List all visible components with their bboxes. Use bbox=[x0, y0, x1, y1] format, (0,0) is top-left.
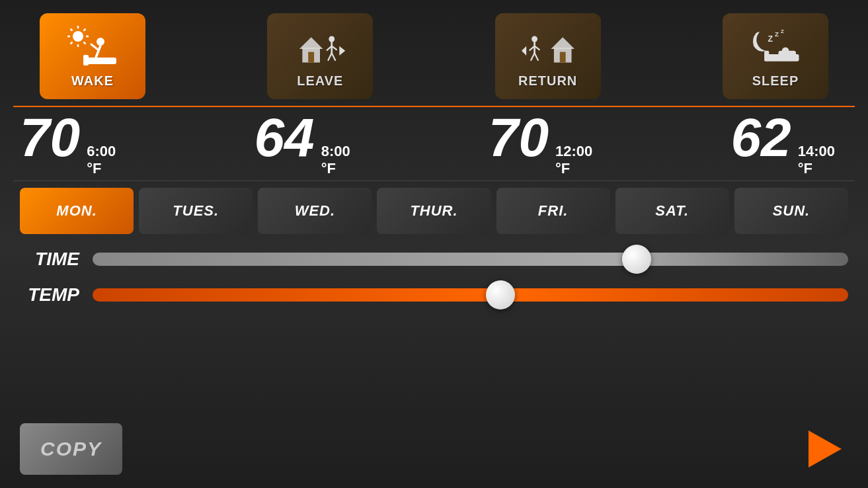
svg-point-17 bbox=[329, 36, 335, 42]
temp-meta-0: 6:00 °F bbox=[87, 143, 116, 177]
temp-slider-container bbox=[93, 283, 848, 307]
time-slider-row: TIME bbox=[20, 247, 848, 271]
leave-mode-button[interactable]: LEAVE bbox=[267, 13, 373, 99]
temp-meta-1: 8:00 °F bbox=[321, 143, 350, 177]
svg-rect-39 bbox=[764, 50, 769, 61]
svg-line-11 bbox=[91, 44, 98, 50]
temp-unit-1: °F bbox=[321, 160, 336, 177]
svg-marker-30 bbox=[522, 46, 526, 55]
temp-slider-label: TEMP bbox=[20, 284, 79, 305]
schedule-3: 62 14:00 °F bbox=[731, 110, 836, 177]
day-saturday[interactable]: SAT. bbox=[615, 188, 729, 234]
time-slider-track[interactable] bbox=[93, 253, 848, 266]
svg-point-9 bbox=[97, 38, 104, 46]
leave-icon bbox=[294, 24, 346, 71]
leave-label: LEAVE bbox=[297, 73, 343, 89]
svg-text:Z: Z bbox=[781, 28, 784, 34]
day-wednesday[interactable]: WED. bbox=[258, 188, 372, 234]
svg-marker-14 bbox=[299, 37, 323, 49]
svg-rect-33 bbox=[559, 52, 565, 62]
next-arrow-button[interactable] bbox=[802, 432, 848, 466]
wake-label: WAKE bbox=[71, 73, 114, 89]
temp-value-0: 70 bbox=[20, 110, 80, 165]
sliders-section: TIME TEMP bbox=[13, 247, 855, 307]
mode-row: WAKE LEA bbox=[13, 13, 855, 99]
return-icon bbox=[522, 24, 574, 71]
sleep-mode-button[interactable]: Z Z Z SLEEP bbox=[723, 13, 828, 99]
day-tuesday[interactable]: TUES. bbox=[139, 188, 253, 234]
schedule-2: 70 12:00 °F bbox=[489, 110, 593, 177]
wake-mode-button[interactable]: WAKE bbox=[40, 13, 145, 99]
time-slider-container bbox=[93, 247, 848, 271]
svg-text:Z: Z bbox=[775, 30, 779, 38]
day-friday[interactable]: FRI. bbox=[496, 188, 610, 234]
svg-line-7 bbox=[84, 29, 86, 31]
return-label: RETURN bbox=[518, 73, 577, 89]
temp-time-3: 14:00 bbox=[798, 143, 835, 160]
wake-icon bbox=[66, 24, 119, 71]
time-slider-thumb[interactable] bbox=[622, 245, 651, 274]
svg-point-0 bbox=[73, 31, 83, 42]
temp-meta-2: 12:00 °F bbox=[555, 143, 592, 177]
svg-line-21 bbox=[329, 53, 332, 60]
arrow-right-icon bbox=[809, 430, 842, 468]
main-container: WAKE LEA bbox=[0, 0, 868, 488]
temp-row: 70 6:00 °F 64 8:00 °F 70 12:00 °F 62 14:… bbox=[13, 106, 855, 181]
svg-line-5 bbox=[71, 29, 73, 31]
temp-unit-3: °F bbox=[798, 160, 812, 177]
bottom-row: COPY bbox=[13, 423, 855, 475]
temp-unit-0: °F bbox=[87, 160, 101, 177]
temp-time-0: 6:00 bbox=[87, 143, 116, 160]
day-row: MON. TUES. WED. THUR. FRI. SAT. SUN. bbox=[13, 188, 855, 234]
temp-value-1: 64 bbox=[254, 110, 314, 165]
temp-slider-thumb[interactable] bbox=[486, 280, 515, 309]
sleep-label: SLEEP bbox=[752, 73, 799, 89]
svg-rect-40 bbox=[778, 50, 796, 55]
temp-slider-track[interactable] bbox=[93, 288, 848, 302]
temp-value-3: 62 bbox=[731, 110, 791, 165]
temp-value-2: 70 bbox=[489, 110, 549, 165]
svg-line-29 bbox=[534, 53, 537, 60]
svg-rect-13 bbox=[83, 55, 89, 65]
copy-button[interactable]: COPY bbox=[20, 423, 122, 475]
svg-line-8 bbox=[71, 42, 73, 44]
temp-time-1: 8:00 bbox=[321, 143, 350, 160]
return-mode-button[interactable]: RETURN bbox=[495, 13, 601, 99]
svg-line-22 bbox=[332, 53, 335, 60]
day-sunday[interactable]: SUN. bbox=[734, 188, 848, 234]
temp-time-2: 12:00 bbox=[555, 143, 592, 160]
svg-text:Z: Z bbox=[768, 34, 773, 43]
day-thursday[interactable]: THUR. bbox=[377, 188, 491, 234]
svg-marker-31 bbox=[551, 37, 574, 49]
svg-rect-12 bbox=[86, 58, 116, 64]
temp-unit-2: °F bbox=[555, 160, 570, 177]
svg-point-24 bbox=[532, 36, 537, 42]
day-monday[interactable]: MON. bbox=[20, 188, 134, 234]
time-slider-label: TIME bbox=[20, 249, 79, 270]
schedule-1: 64 8:00 °F bbox=[254, 110, 350, 177]
temp-meta-3: 14:00 °F bbox=[798, 143, 835, 177]
sleep-icon: Z Z Z bbox=[749, 24, 802, 71]
schedule-0: 70 6:00 °F bbox=[20, 110, 116, 177]
temp-slider-row: TEMP bbox=[20, 283, 848, 307]
svg-marker-23 bbox=[340, 46, 346, 55]
svg-rect-16 bbox=[309, 52, 315, 62]
svg-line-28 bbox=[531, 53, 534, 60]
svg-line-6 bbox=[84, 42, 86, 44]
